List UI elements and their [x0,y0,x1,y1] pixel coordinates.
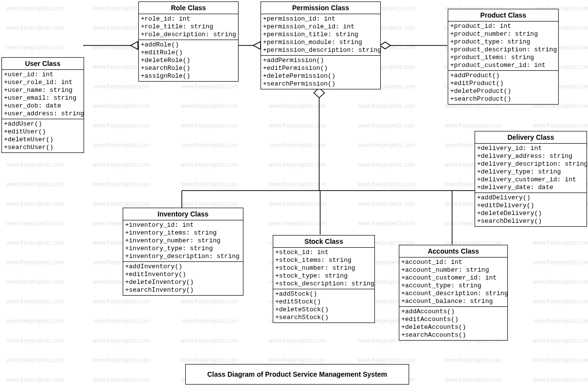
class-role-attrs: +role_id: int+role_title: string+role_de… [139,14,238,40]
svg-marker-6 [314,88,325,98]
class-accounts-methods: +addAccounts()+editAccounts()+deleteAcco… [399,307,507,340]
class-permission-title: Permission Class [261,2,380,14]
class-product-title: Product Class [448,9,558,22]
class-product: Product Class +product_id: int+product_n… [448,9,559,105]
class-accounts-title: Accounts Class [399,245,507,258]
class-delivery-methods: +addDelivery()+editDelivery()+deleteDeli… [475,193,587,226]
diagram-title: Class Diagram of Product Service Managem… [185,364,409,385]
class-delivery-attrs: +delivery_id: int+delivery_address: stri… [475,144,587,193]
class-inventory-attrs: +inventory_id: int+inventory_items: stri… [123,220,243,262]
class-product-attrs: +product_id: int+product_number: string+… [448,22,558,71]
class-permission-methods: +addPermission()+editPermission()+delete… [261,56,380,89]
class-permission: Permission Class +permission_id: int+per… [261,1,381,89]
class-role: Role Class +role_id: int+role_title: str… [138,1,239,82]
class-user-methods: +addUser()+editUser()+deleteUser()+searc… [2,119,84,152]
class-user-attrs: +user_id: int+user_role_id: int+user_nam… [2,70,84,119]
class-product-methods: +addProduct()+editProduct()+deleteProduc… [448,71,558,104]
svg-marker-3 [253,42,261,49]
class-inventory-title: Inventory Class [123,208,243,220]
svg-marker-1 [131,42,138,49]
class-role-title: Role Class [139,2,238,14]
svg-marker-5 [380,42,391,49]
class-user-title: User Class [2,58,84,70]
class-accounts-attrs: +account_id: int+account_number: string+… [399,258,507,307]
class-delivery-title: Delivery Class [475,131,587,144]
class-role-methods: +addRole()+editRole()+deleteRole()+searc… [139,40,238,81]
class-stock: Stock Class +stock_id: int+stock_items: … [273,235,375,323]
class-stock-attrs: +stock_id: int+stock_items: string+stock… [273,248,374,289]
class-accounts: Accounts Class +account_id: int+account_… [399,245,508,341]
class-stock-title: Stock Class [273,236,374,248]
class-user: User Class +user_id: int+user_role_id: i… [1,57,84,153]
class-inventory-methods: +addInventory()+editInventory()+deleteIn… [123,262,243,295]
class-permission-attrs: +permission_id: int+permission_role_id: … [261,14,380,56]
class-inventory: Inventory Class +inventory_id: int+inven… [123,208,243,296]
class-delivery: Delivery Class +delivery_id: int+deliver… [475,131,587,227]
class-stock-methods: +addStock()+editStock()+deleteStock()+se… [273,289,374,322]
